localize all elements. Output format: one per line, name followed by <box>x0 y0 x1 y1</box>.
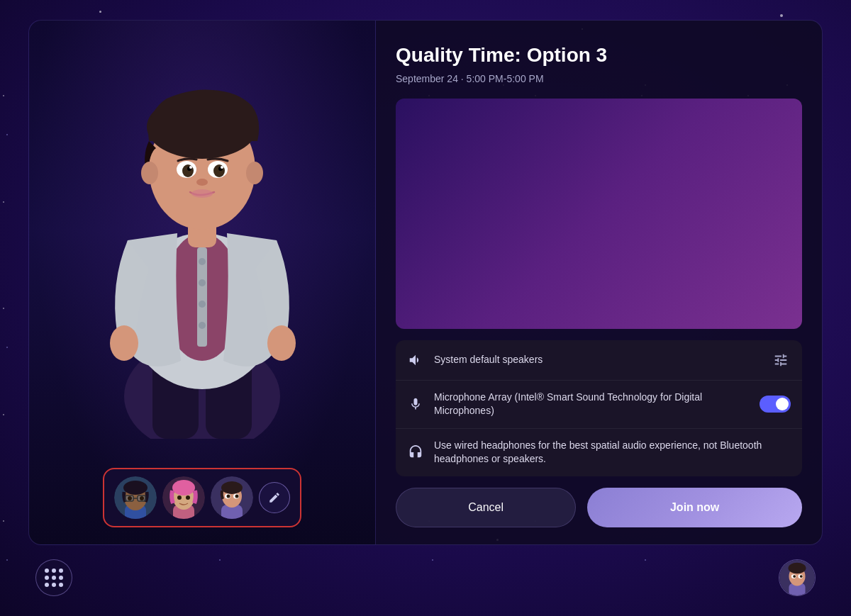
svg-point-41 <box>186 495 190 500</box>
main-container: Quality Time: Option 3 September 24 · 5:… <box>28 20 823 545</box>
svg-point-45 <box>221 481 243 494</box>
grid-icon <box>45 569 63 587</box>
svg-point-57 <box>800 575 803 578</box>
avatar-3d <box>82 28 323 439</box>
microphone-icon <box>407 396 424 413</box>
svg-point-23 <box>196 179 208 186</box>
svg-point-9 <box>199 322 206 329</box>
dot <box>52 569 56 573</box>
right-panel: Quality Time: Option 3 September 24 · 5:… <box>376 20 823 545</box>
user-avatar-mini <box>779 560 815 595</box>
svg-point-13 <box>141 162 158 184</box>
svg-point-53 <box>789 563 806 573</box>
avatar-selector <box>103 468 301 527</box>
svg-point-56 <box>793 575 796 578</box>
grid-menu-button[interactable] <box>35 559 72 596</box>
svg-point-17 <box>182 164 194 177</box>
dot <box>45 576 49 580</box>
svg-point-21 <box>189 166 192 169</box>
dot <box>52 583 56 587</box>
dot <box>45 583 49 587</box>
svg-point-25 <box>110 325 138 361</box>
dot <box>45 569 49 573</box>
microphone-row: Microphone Array (Intel® Smart Sound Tec… <box>396 381 802 429</box>
avatar-thumb-2[interactable] <box>162 476 205 519</box>
dot <box>59 576 63 580</box>
svg-point-48 <box>227 495 230 498</box>
speakers-row: System default speakers <box>396 340 802 381</box>
avatar-display <box>67 21 337 446</box>
action-buttons: Cancel Join now <box>396 488 802 527</box>
dot <box>52 576 56 580</box>
dot <box>59 569 63 573</box>
svg-point-40 <box>177 495 182 500</box>
svg-point-18 <box>213 164 225 177</box>
speaker-icon <box>407 352 424 369</box>
svg-point-26 <box>267 325 296 361</box>
svg-point-49 <box>235 495 239 498</box>
dot <box>59 583 63 587</box>
svg-point-7 <box>199 279 206 286</box>
star-decoration <box>780 14 783 17</box>
avatar-thumb-3[interactable] <box>211 476 253 519</box>
svg-point-35 <box>140 496 144 500</box>
event-title: Quality Time: Option 3 <box>396 43 802 67</box>
svg-point-8 <box>199 301 206 308</box>
svg-point-24 <box>191 189 213 198</box>
svg-point-34 <box>128 496 132 500</box>
speakers-label: System default speakers <box>434 353 761 367</box>
join-now-button[interactable]: Join now <box>587 488 802 527</box>
edit-avatar-button[interactable] <box>259 482 290 513</box>
avatar-thumb-1[interactable] <box>114 476 157 519</box>
audio-settings-icon[interactable] <box>771 350 791 370</box>
event-preview-area <box>396 99 802 329</box>
headphones-icon <box>407 444 424 461</box>
star-decoration <box>99 11 101 13</box>
svg-point-6 <box>199 258 206 265</box>
microphone-label: Microphone Array (Intel® Smart Sound Tec… <box>434 391 750 418</box>
headphones-tip-text: Use wired headphones for the best spatia… <box>434 439 791 466</box>
microphone-toggle[interactable] <box>760 396 791 413</box>
avatar-panel <box>28 20 376 545</box>
user-avatar-button[interactable] <box>779 559 816 596</box>
svg-point-39 <box>172 480 195 495</box>
cancel-button[interactable]: Cancel <box>396 488 576 527</box>
svg-point-30 <box>123 481 148 495</box>
audio-settings-panel: System default speakers Microphone Array… <box>396 340 802 476</box>
svg-point-22 <box>221 166 223 169</box>
svg-point-14 <box>246 162 263 184</box>
event-date: September 24 · 5:00 PM-5:00 PM <box>396 73 802 84</box>
headphones-row: Use wired headphones for the best spatia… <box>396 429 802 476</box>
